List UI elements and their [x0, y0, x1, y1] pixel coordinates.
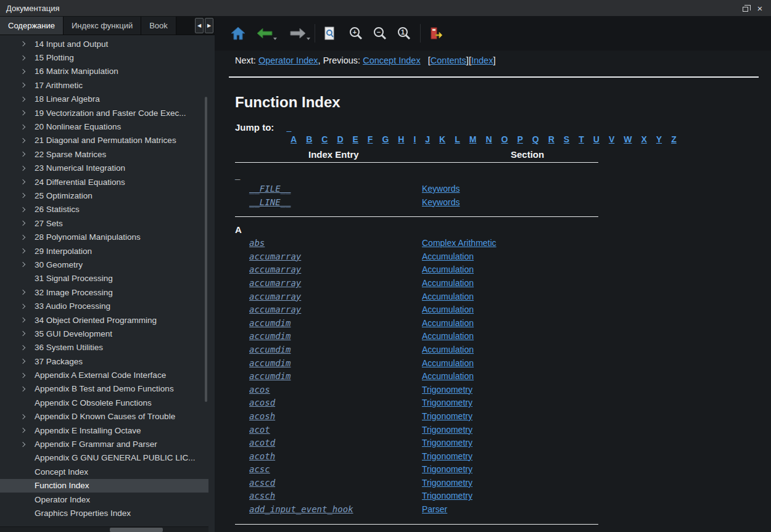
jump-letter-link[interactable]: M	[469, 134, 477, 144]
forward-dropdown-icon[interactable]	[307, 38, 310, 40]
expand-chevron-icon[interactable]	[21, 332, 35, 335]
tree-item[interactable]: Appendix C Obsolete Functions	[0, 396, 208, 409]
section-link[interactable]: Trigonometry	[422, 450, 472, 464]
expand-chevron-icon[interactable]	[21, 56, 35, 60]
section-link[interactable]: Trigonometry	[422, 477, 472, 490]
jump-letter-link[interactable]: K	[439, 134, 445, 144]
tree-item[interactable]: 29 Interpolation	[0, 244, 208, 258]
tab-scroll-left-button[interactable]: ◀	[195, 18, 204, 33]
section-link[interactable]: Complex Arithmetic	[422, 237, 497, 250]
section-link[interactable]: Accumulation	[422, 290, 474, 304]
expand-chevron-icon[interactable]	[21, 208, 35, 211]
tree-item[interactable]: 24 Differential Equations	[0, 175, 208, 189]
jump-letter-link[interactable]: F	[368, 134, 373, 144]
tree-item[interactable]: 31 Signal Processing	[0, 272, 208, 285]
tree-item[interactable]: 25 Optimization	[0, 189, 208, 202]
tree-item[interactable]: 30 Geometry	[0, 258, 208, 271]
function-entry-link[interactable]: accumdim	[249, 357, 291, 370]
expand-chevron-icon[interactable]	[21, 428, 35, 432]
section-link[interactable]: Trigonometry	[422, 424, 472, 437]
tree-item[interactable]: 22 Sparse Matrices	[0, 147, 208, 161]
close-window-button[interactable]: ×	[752, 2, 767, 14]
expand-chevron-icon[interactable]	[21, 305, 35, 308]
jump-letter-link[interactable]: Z	[671, 134, 677, 144]
function-entry-link[interactable]: abs	[249, 237, 265, 250]
tree-item[interactable]: Appendix D Known Causes of Trouble	[0, 410, 208, 424]
expand-chevron-icon[interactable]	[21, 318, 35, 322]
function-entry-link[interactable]: acsch	[249, 489, 275, 503]
jump-letter-link[interactable]: U	[593, 134, 600, 144]
function-entry-link[interactable]: accumarray	[249, 290, 301, 304]
section-link[interactable]: Accumulation	[422, 303, 474, 317]
expand-chevron-icon[interactable]	[21, 443, 35, 446]
tree-item[interactable]: 18 Linear Algebra	[0, 92, 208, 106]
restore-window-button[interactable]	[738, 2, 752, 14]
tree-item[interactable]: 16 Matrix Manipulation	[0, 65, 208, 78]
index-link[interactable]: Index	[471, 55, 493, 65]
section-link[interactable]: Trigonometry	[422, 410, 472, 424]
tree-horizontal-scrollbar[interactable]	[0, 526, 208, 532]
expand-chevron-icon[interactable]	[21, 263, 35, 266]
jump-letter-link[interactable]: C	[321, 134, 328, 144]
home-button[interactable]	[231, 27, 245, 40]
expand-chevron-icon[interactable]	[21, 415, 35, 419]
tree-item[interactable]: Appendix G GNU GENERAL PUBLIC LIC...	[0, 451, 208, 465]
section-link[interactable]: Trigonometry	[422, 463, 472, 477]
jump-letter-link[interactable]: S	[564, 134, 569, 144]
expand-chevron-icon[interactable]	[21, 125, 35, 129]
function-entry-link[interactable]: acosd	[249, 396, 275, 410]
jump-letter-link[interactable]: T	[579, 134, 584, 144]
function-entry-link[interactable]: accumarray	[249, 277, 301, 290]
tree-item[interactable]: 37 Packages	[0, 354, 208, 368]
jump-letter-link[interactable]: V	[609, 134, 614, 144]
section-link[interactable]: Accumulation	[422, 343, 474, 357]
next-link[interactable]: Operator Index	[258, 55, 318, 65]
jump-letter-link[interactable]: A	[291, 134, 297, 144]
expand-chevron-icon[interactable]	[21, 235, 35, 239]
tree-item[interactable]: Concept Index	[0, 465, 208, 478]
section-link[interactable]: Trigonometry	[422, 489, 472, 503]
jump-letter-link[interactable]: L	[455, 134, 460, 144]
tab-function-index[interactable]: Индекс функций	[64, 17, 141, 35]
jump-letter-link[interactable]: O	[501, 134, 508, 144]
expand-chevron-icon[interactable]	[21, 359, 35, 363]
expand-chevron-icon[interactable]	[21, 221, 35, 225]
tree-item[interactable]: 23 Numerical Integration	[0, 162, 208, 175]
contents-link[interactable]: Contents	[431, 55, 466, 65]
tree-item[interactable]: 32 Image Processing	[0, 285, 208, 299]
jump-letter-link[interactable]: E	[353, 134, 358, 144]
function-entry-link[interactable]: __LINE__	[249, 196, 291, 210]
find-in-page-button[interactable]	[324, 26, 336, 41]
section-link[interactable]: Accumulation	[422, 263, 474, 277]
section-link[interactable]: Keywords	[422, 182, 460, 196]
function-entry-link[interactable]: add_input_event_hook	[249, 503, 353, 517]
expand-chevron-icon[interactable]	[21, 42, 35, 46]
tree-item[interactable]: 28 Polynomial Manipulations	[0, 230, 208, 243]
expand-chevron-icon[interactable]	[21, 83, 35, 87]
function-entry-link[interactable]: acscd	[249, 477, 275, 490]
function-entry-link[interactable]: acos	[249, 383, 270, 397]
tree-item[interactable]: Appendix B Test and Demo Functions	[0, 382, 208, 396]
zoom-in-button[interactable]: +	[348, 26, 363, 41]
tree-item[interactable]: 36 System Utilities	[0, 341, 208, 354]
tree-item[interactable]: 19 Vectorization and Faster Code Exec...	[0, 106, 208, 120]
section-link[interactable]: Trigonometry	[422, 383, 472, 397]
tree-item[interactable]: 14 Input and Output	[0, 37, 208, 51]
function-entry-link[interactable]: acotd	[249, 436, 275, 450]
section-link[interactable]: Trigonometry	[422, 436, 472, 450]
tree-item[interactable]: 20 Nonlinear Equations	[0, 120, 208, 133]
expand-chevron-icon[interactable]	[21, 166, 35, 170]
jump-letter-underscore-link[interactable]: _	[287, 123, 292, 133]
expand-chevron-icon[interactable]	[21, 152, 35, 156]
jump-letter-link[interactable]: Y	[656, 134, 662, 144]
jump-letter-link[interactable]: P	[517, 134, 522, 144]
section-link[interactable]: Accumulation	[422, 250, 474, 264]
function-entry-link[interactable]: accumdim	[249, 370, 291, 383]
tree-item[interactable]: 17 Arithmetic	[0, 78, 208, 92]
jump-letter-link[interactable]: B	[306, 134, 312, 144]
tab-scroll-right-button[interactable]: ▶	[205, 18, 213, 33]
tree-item[interactable]: 34 Object Oriented Programming	[0, 313, 208, 327]
tree-item[interactable]: Operator Index	[0, 493, 208, 506]
tab-bookmarks[interactable]: Book	[141, 17, 176, 35]
expand-chevron-icon[interactable]	[21, 374, 35, 377]
